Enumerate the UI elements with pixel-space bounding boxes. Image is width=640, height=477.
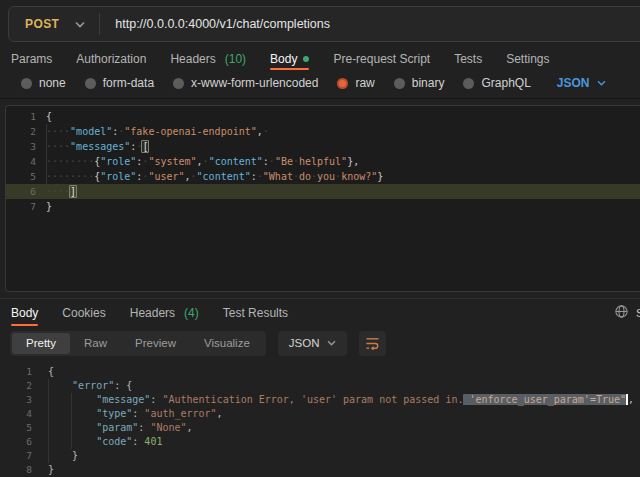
radio-none[interactable]: none <box>21 76 66 90</box>
radio-icon <box>85 78 96 89</box>
tab-tests[interactable]: Tests <box>454 48 482 70</box>
response-meta: S <box>614 299 640 326</box>
code-line[interactable]: 2 "error": { <box>0 379 640 393</box>
code-line[interactable]: 4········{"role":·"system",·"content":·"… <box>6 154 640 169</box>
body-format-dropdown[interactable]: JSON <box>557 76 606 90</box>
network-globe-icon[interactable] <box>614 304 629 322</box>
request-body-editor[interactable]: 1{2····"model":·"fake-openai-endpoint",·… <box>5 105 640 292</box>
line-number: 7 <box>0 449 32 463</box>
code-line[interactable]: 6····] <box>6 184 640 199</box>
request-tabs: Params Authorization Headers(10) Body Pr… <box>0 48 640 70</box>
radio-icon <box>21 78 32 89</box>
code-line[interactable]: 8} <box>0 463 640 477</box>
code-line[interactable]: 5 "param": "None", <box>0 421 640 435</box>
code-line[interactable]: 2····"model":·"fake-openai-endpoint",· <box>6 124 640 139</box>
request-code[interactable]: 1{2····"model":·"fake-openai-endpoint",·… <box>6 106 640 214</box>
tab-params[interactable]: Params <box>11 48 52 70</box>
line-number: 6 <box>6 184 36 199</box>
line-number: 2 <box>0 379 32 393</box>
chevron-down-icon <box>597 80 606 86</box>
radio-icon <box>463 78 474 89</box>
view-switcher: Pretty Raw Preview Visualize <box>10 331 266 356</box>
view-raw[interactable]: Raw <box>70 333 121 354</box>
radio-binary[interactable]: binary <box>394 76 445 90</box>
response-tab-headers[interactable]: Headers(4) <box>130 299 199 326</box>
view-visualize[interactable]: Visualize <box>190 333 264 354</box>
url-bar: POST http://0.0.0.0:4000/v1/chat/complet… <box>8 6 640 42</box>
chevron-down-icon[interactable] <box>75 21 85 28</box>
code-line[interactable]: 3····"messages":·[ <box>6 139 640 154</box>
wrap-text-button[interactable] <box>359 331 386 356</box>
line-number: 1 <box>6 109 36 124</box>
line-number: 4 <box>0 407 32 421</box>
line-number: 1 <box>0 365 32 379</box>
line-number: 8 <box>0 463 32 477</box>
response-tab-test-results[interactable]: Test Results <box>223 299 288 326</box>
code-line[interactable]: 6 "code": 401 <box>0 435 640 449</box>
radio-x-www-form-urlencoded[interactable]: x-www-form-urlencoded <box>173 76 318 90</box>
radio-icon <box>394 78 405 89</box>
method-selector[interactable]: POST <box>9 17 75 31</box>
line-number: 3 <box>0 393 32 407</box>
radio-raw[interactable]: raw <box>337 76 374 90</box>
radio-graphql[interactable]: GraphQL <box>463 76 530 90</box>
url-input[interactable]: http://0.0.0.0:4000/v1/chat/completions <box>100 17 330 31</box>
tab-authorization[interactable]: Authorization <box>76 48 146 70</box>
line-number: 5 <box>0 421 32 435</box>
response-code[interactable]: 1{2 "error": {3 "message": "Authenticati… <box>0 363 640 477</box>
radio-selected-icon <box>337 78 348 89</box>
radio-icon <box>173 78 184 89</box>
line-number: 6 <box>0 435 32 449</box>
tab-pre-request-script[interactable]: Pre-request Script <box>333 48 430 70</box>
radio-form-data[interactable]: form-data <box>85 76 154 90</box>
code-line[interactable]: 4 "type": "auth_error", <box>0 407 640 421</box>
wrap-text-icon <box>365 336 380 350</box>
tab-headers[interactable]: Headers(10) <box>170 48 246 70</box>
tab-body[interactable]: Body <box>270 48 309 70</box>
response-format-dropdown[interactable]: JSON <box>278 331 348 356</box>
response-headers-count: (4) <box>184 306 199 320</box>
code-line[interactable]: 5········{"role":·"user",·"content":·"Wh… <box>6 169 640 184</box>
body-dot-icon <box>303 56 309 62</box>
response-tab-body[interactable]: Body <box>11 299 38 326</box>
response-tabs: Body Cookies Headers(4) Test Results S <box>0 298 640 326</box>
chevron-down-icon <box>327 340 336 346</box>
line-number: 5 <box>6 169 36 184</box>
status-text-clipped: S <box>636 307 640 319</box>
line-number: 4 <box>6 154 36 169</box>
response-tab-cookies[interactable]: Cookies <box>62 299 105 326</box>
body-type-row: none form-data x-www-form-urlencoded raw… <box>0 70 640 96</box>
view-preview[interactable]: Preview <box>121 333 190 354</box>
view-pretty[interactable]: Pretty <box>12 333 70 354</box>
code-line[interactable]: 7} <box>6 199 640 214</box>
response-toolbar: Pretty Raw Preview Visualize JSON <box>0 328 640 358</box>
headers-count: (10) <box>225 52 246 66</box>
code-line[interactable]: 3 "message": "Authentication Error, 'use… <box>0 393 640 407</box>
tab-settings[interactable]: Settings <box>506 48 549 70</box>
code-line[interactable]: 1{ <box>6 109 640 124</box>
code-line[interactable]: 7 } <box>0 449 640 463</box>
response-body-viewer[interactable]: 1{2 "error": {3 "message": "Authenticati… <box>0 363 640 477</box>
line-number: 3 <box>6 139 36 154</box>
line-number: 2 <box>6 124 36 139</box>
request-url-row: POST http://0.0.0.0:4000/v1/chat/complet… <box>0 0 640 48</box>
section-divider <box>0 98 640 99</box>
code-line[interactable]: 1{ <box>0 365 640 379</box>
line-number: 7 <box>6 199 36 214</box>
